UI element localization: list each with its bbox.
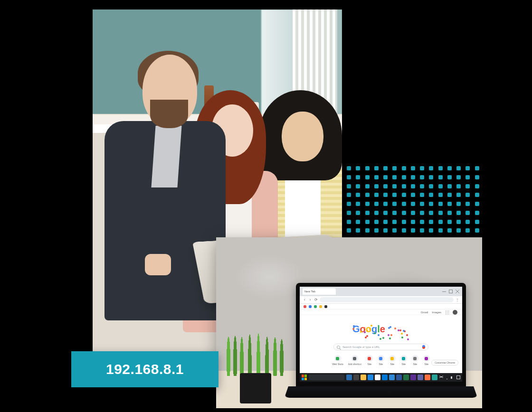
- shortcut-icon: [423, 355, 430, 362]
- taskbar-app-chrome[interactable]: [375, 375, 380, 380]
- taskbar-app-teams[interactable]: [418, 375, 423, 380]
- shortcut-label: Site: [401, 363, 406, 365]
- browser-tab[interactable]: New Tab: [303, 288, 336, 295]
- start-button[interactable]: [302, 375, 307, 380]
- taskbar-app-excel[interactable]: [403, 375, 409, 380]
- taskbar-app-task-view[interactable]: [353, 375, 359, 380]
- close-icon[interactable]: [456, 290, 459, 293]
- maximize-icon[interactable]: [449, 290, 453, 293]
- taskbar-search[interactable]: [309, 375, 344, 380]
- bookmark-icon[interactable]: [324, 305, 327, 308]
- mic-icon[interactable]: [422, 345, 425, 349]
- system-tray: [439, 375, 460, 379]
- reload-icon[interactable]: ⟳: [314, 298, 318, 302]
- shortcut-row: Web StoreAdd shortcutSiteSiteSiteSiteSit…: [332, 355, 430, 365]
- shortcut-tile[interactable]: Site: [412, 355, 418, 365]
- windows-taskbar: [300, 373, 462, 382]
- minimize-icon[interactable]: [442, 290, 446, 293]
- forward-icon[interactable]: ›: [308, 298, 312, 302]
- shortcut-tile[interactable]: Site: [378, 355, 384, 365]
- shortcut-tile[interactable]: Web Store: [332, 355, 343, 365]
- taskbar-app-mail[interactable]: [389, 375, 395, 380]
- shortcut-tile[interactable]: Site: [400, 355, 407, 365]
- taskbar-app-app[interactable]: [425, 375, 430, 380]
- back-icon[interactable]: ‹: [303, 298, 306, 302]
- window-controls: [442, 290, 459, 293]
- taskbar-app-app[interactable]: [432, 375, 437, 380]
- shortcut-label: Site: [390, 363, 394, 365]
- shortcut-label: Site: [413, 363, 417, 365]
- search-icon: [337, 346, 340, 349]
- person-left: [104, 55, 226, 358]
- taskbar-app-word[interactable]: [396, 375, 402, 380]
- apps-grid-icon[interactable]: [445, 310, 449, 314]
- search-input[interactable]: Search Google or type a URL: [333, 344, 428, 350]
- browser-toolbar: ‹ › ⟳ ⋮: [300, 296, 462, 304]
- shortcut-icon: [334, 355, 341, 362]
- browser-window: New Tab ‹ › ⟳ ⋮: [300, 287, 462, 382]
- bookmarks-bar: [300, 304, 462, 309]
- ip-address-text: 192.168.8.1: [106, 361, 184, 377]
- ip-badge: 192.168.8.1: [71, 351, 218, 387]
- laptop-scene: New Tab ‹ › ⟳ ⋮: [216, 237, 482, 408]
- taskbar-app-explorer[interactable]: [361, 375, 366, 380]
- shortcut-label: Site: [379, 363, 383, 365]
- bookmark-icon[interactable]: [319, 305, 322, 308]
- bookmark-icon[interactable]: [314, 305, 317, 308]
- new-tab-page: G o o g l e Search Google or type a URL: [300, 315, 462, 373]
- bookmark-icon[interactable]: [304, 305, 306, 308]
- shortcut-tile[interactable]: Site: [366, 355, 373, 365]
- taskbar-app-vs[interactable]: [410, 375, 416, 380]
- avatar-icon[interactable]: [453, 310, 457, 315]
- laptop-screen-frame: New Tab ‹ › ⟳ ⋮: [296, 283, 466, 387]
- taskbar-apps: [346, 375, 437, 380]
- shortcut-icon: [412, 355, 418, 362]
- omnibox[interactable]: [320, 297, 454, 302]
- shortcut-label: Add shortcut: [348, 363, 361, 365]
- volume-icon[interactable]: [451, 375, 455, 379]
- shortcut-tile[interactable]: Site: [423, 355, 430, 365]
- bookmark-icon[interactable]: [309, 305, 312, 308]
- tab-title: New Tab: [304, 290, 315, 293]
- browser-tabstrip: New Tab: [300, 287, 462, 296]
- plant: [222, 309, 288, 403]
- taskbar-app-cortana[interactable]: [346, 375, 352, 380]
- shortcut-label: Site: [424, 363, 428, 365]
- shortcut-icon: [400, 355, 407, 362]
- shortcut-icon: [389, 355, 396, 362]
- gmail-link[interactable]: Gmail: [421, 311, 428, 314]
- chevron-up-icon[interactable]: [439, 376, 443, 378]
- shortcut-icon: [352, 355, 358, 362]
- notifications-icon[interactable]: [456, 375, 460, 379]
- laptop-base: [285, 386, 478, 398]
- shortcut-icon: [366, 355, 373, 362]
- page-header-right: Gmail Images: [300, 309, 462, 315]
- images-link[interactable]: Images: [432, 311, 441, 314]
- extensions-icon[interactable]: ⋮: [456, 298, 459, 302]
- customise-button[interactable]: Customise Chrome: [431, 360, 458, 365]
- search-placeholder: Search Google or type a URL: [342, 346, 380, 348]
- dot-pattern-decoration: [347, 166, 480, 242]
- wifi-icon[interactable]: [445, 375, 449, 379]
- shortcut-label: Web Store: [332, 363, 343, 365]
- laptop: New Tab ‹ › ⟳ ⋮: [288, 283, 474, 405]
- taskbar-app-edge[interactable]: [368, 375, 373, 380]
- shortcut-label: Site: [367, 363, 371, 365]
- shortcut-tile[interactable]: Site: [389, 355, 396, 365]
- doodle-confetti: G o o g l e: [352, 324, 409, 340]
- shortcut-icon: [378, 355, 384, 362]
- shortcut-tile[interactable]: Add shortcut: [348, 355, 361, 365]
- taskbar-app-store[interactable]: [382, 375, 388, 380]
